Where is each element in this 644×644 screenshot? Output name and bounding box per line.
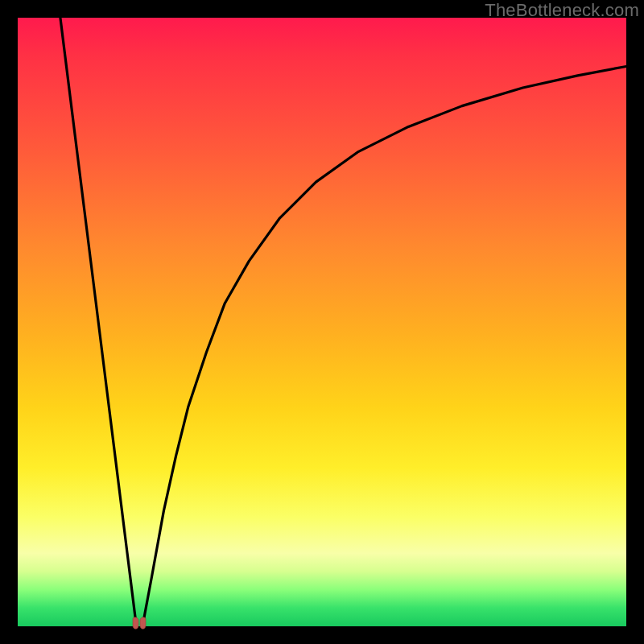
plot-area — [18, 18, 626, 626]
watermark-text: TheBottleneck.com — [485, 0, 639, 21]
curve-right-branch — [142, 66, 626, 626]
chart-frame: TheBottleneck.com — [0, 0, 644, 644]
curve-left-branch — [60, 18, 137, 626]
bottleneck-curve — [18, 18, 626, 626]
